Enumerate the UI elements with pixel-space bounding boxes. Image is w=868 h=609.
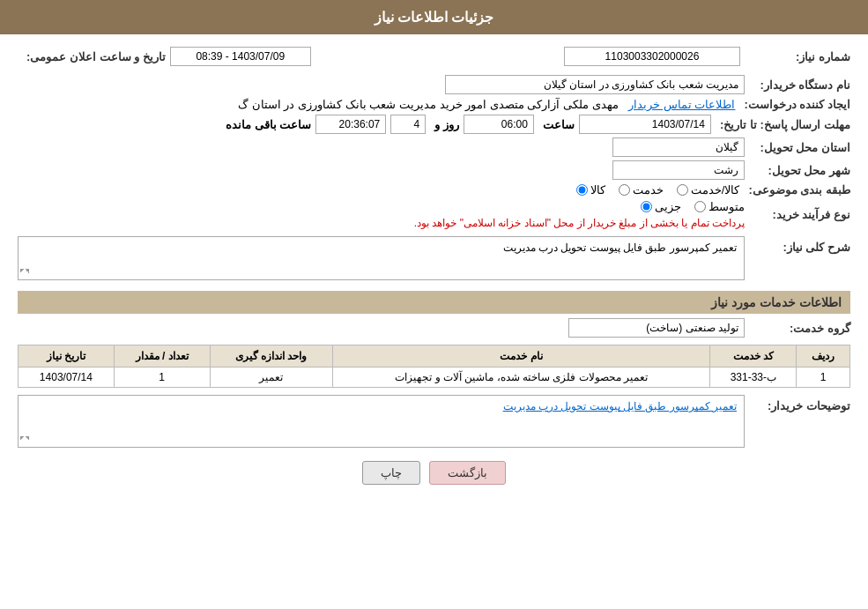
- contact-link[interactable]: اطلاعات تماس خریدار: [628, 98, 735, 111]
- print-button[interactable]: چاپ: [362, 461, 420, 485]
- category-row: طبقه بندی موضوعی: کالا/خدمت خدمت کالا: [18, 183, 850, 197]
- response-deadline-label: مهلت ارسال پاسخ: تا تاریخ:: [711, 118, 850, 131]
- purchase-motawaset-radio[interactable]: [694, 201, 706, 212]
- service-group-label: گروه خدمت:: [745, 322, 850, 335]
- purchase-jozee-item: جزیی: [641, 200, 681, 213]
- table-cell-unit: تعمیر: [210, 368, 332, 388]
- service-group-row: گروه خدمت: تولید صنعتی (ساخت): [18, 318, 850, 338]
- response-day-label: روز و: [434, 118, 459, 131]
- need-number-section: شماره نیاز: 1103003302000026: [564, 47, 850, 66]
- category-kala-label: کالا: [590, 183, 605, 197]
- table-cell-name: تعمیر محصولات فلزی ساخته شده، ماشین آلات…: [332, 368, 710, 388]
- response-remaining-label: ساعت باقی مانده: [226, 118, 311, 131]
- response-time-label: ساعت: [543, 118, 575, 131]
- purchase-radio-group: متوسط جزیی: [18, 200, 745, 213]
- buyer-org-value: مدیریت شعب بانک کشاورزی در استان گیلان: [18, 75, 745, 94]
- col-code-header: کد خدمت: [710, 345, 797, 368]
- response-remaining: 20:36:07: [315, 115, 386, 134]
- province-input: گیلان: [612, 137, 745, 157]
- city-label: شهر محل تحویل:: [745, 164, 850, 177]
- table-header-row: ردیف کد خدمت نام خدمت واحد اندازه گیری ت…: [19, 345, 850, 368]
- page-title: جزئیات اطلاعات نیاز: [375, 10, 494, 25]
- category-khedmat-label: خدمت: [633, 183, 664, 197]
- resize-handle2-icon: [20, 436, 29, 445]
- city-value: رشت: [18, 160, 745, 180]
- category-kala-khedmat-label: کالا/خدمت: [691, 183, 740, 197]
- response-time: 06:00: [464, 115, 534, 134]
- province-row: استان محل تحویل: گیلان: [18, 137, 850, 157]
- description-row: شرح کلی نیاز: تعمیر کمپرسور طبق فایل پیو…: [18, 236, 850, 280]
- buyer-notes-text: تعمیر کمپرسور طبق فایل پیوست تحویل درب م…: [503, 400, 737, 412]
- buyer-notes-value: تعمیر کمپرسور طبق فایل پیوست تحویل درب م…: [18, 395, 745, 448]
- services-table: ردیف کد خدمت نام خدمت واحد اندازه گیری ت…: [18, 345, 850, 388]
- category-khedmat-radio[interactable]: [619, 184, 630, 196]
- col-qty-header: تعداد / مقدار: [114, 345, 210, 368]
- purchase-note: پرداخت تمام یا بخشی از مبلغ خریدار از مح…: [18, 217, 745, 229]
- col-date-header: تاریخ نیاز: [19, 345, 115, 368]
- category-kala-item: کالا: [576, 183, 605, 197]
- col-row-header: ردیف: [797, 345, 850, 368]
- page-header: جزئیات اطلاعات نیاز: [0, 0, 868, 34]
- city-input: رشت: [612, 160, 745, 180]
- description-value: تعمیر کمپرسور طبق فایل پیوست تحویل درب م…: [18, 236, 745, 280]
- creator-row: ایجاد کننده درخواست: اطلاعات تماس خریدار…: [18, 98, 850, 111]
- buyer-org-row: نام دستگاه خریدار: مدیریت شعب بانک کشاور…: [18, 75, 850, 94]
- description-label: شرح کلی نیاز:: [745, 236, 850, 254]
- buyer-org-input: مدیریت شعب بانک کشاورزی در استان گیلان: [445, 75, 745, 94]
- response-deadline-row: مهلت ارسال پاسخ: تا تاریخ: 1403/07/14 سا…: [18, 115, 850, 134]
- table-body: 1ب-33-331تعمیر محصولات فلزی ساخته شده، م…: [19, 368, 850, 388]
- date-label: تاریخ و ساعت اعلان عمومی:: [18, 50, 166, 63]
- purchase-type-label: نوع فرآیند خرید:: [745, 208, 850, 221]
- creator-label: ایجاد کننده درخواست:: [735, 98, 850, 111]
- purchase-motawaset-item: متوسط: [694, 200, 745, 213]
- purchase-type-value: متوسط جزیی پرداخت تمام یا بخشی از مبلغ خ…: [18, 200, 745, 229]
- response-deadline-value: 1403/07/14 ساعت 06:00 روز و 4 20:36:07 س…: [18, 115, 711, 134]
- response-date: 1403/07/14: [579, 115, 711, 134]
- need-number-label: شماره نیاز:: [745, 50, 850, 63]
- table-cell-date: 1403/07/14: [19, 368, 115, 388]
- top-info-row: شماره نیاز: 1103003302000026 1403/07/09 …: [18, 43, 850, 70]
- col-name-header: نام خدمت: [332, 345, 710, 368]
- service-group-input: تولید صنعتی (ساخت): [568, 318, 745, 338]
- buyer-org-label: نام دستگاه خریدار:: [745, 78, 850, 92]
- category-label: طبقه بندی موضوعی:: [739, 183, 850, 197]
- response-days: 4: [390, 115, 426, 134]
- category-kala-khedmat-radio[interactable]: [677, 184, 688, 196]
- service-group-value: تولید صنعتی (ساخت): [18, 318, 745, 338]
- table-row: 1ب-33-331تعمیر محصولات فلزی ساخته شده، م…: [19, 368, 850, 388]
- buyer-notes-label: توضیحات خریدار:: [745, 395, 850, 412]
- date-value: 1403/07/09 - 08:39: [170, 47, 311, 66]
- category-kala-radio[interactable]: [576, 184, 588, 196]
- table-cell-qty: 1: [114, 368, 210, 388]
- category-radio-group: کالا/خدمت خدمت کالا: [18, 183, 739, 197]
- resize-handle-icon: [20, 269, 29, 278]
- purchase-jozee-radio[interactable]: [641, 201, 652, 212]
- table-header: ردیف کد خدمت نام خدمت واحد اندازه گیری ت…: [19, 345, 850, 368]
- col-unit-header: واحد اندازه گیری: [210, 345, 332, 368]
- province-label: استان محل تحویل:: [745, 141, 850, 154]
- purchase-jozee-label: جزیی: [655, 200, 681, 213]
- description-text: تعمیر کمپرسور طبق فایل پیوست تحویل درب م…: [503, 241, 737, 254]
- buyer-notes-row: توضیحات خریدار: تعمیر کمپرسور طبق فایل پ…: [18, 395, 850, 448]
- purchase-type-row: نوع فرآیند خرید: متوسط جزیی پرداخت تمام …: [18, 200, 850, 229]
- province-value: گیلان: [18, 137, 745, 157]
- date-section: 1403/07/09 - 08:39 تاریخ و ساعت اعلان عم…: [18, 47, 311, 66]
- services-section-title: اطلاعات خدمات مورد نیاز: [18, 291, 850, 314]
- description-box: تعمیر کمپرسور طبق فایل پیوست تحویل درب م…: [18, 236, 745, 280]
- category-khedmat-item: خدمت: [619, 183, 664, 197]
- table-cell-row: 1: [797, 368, 850, 388]
- creator-value: اطلاعات تماس خریدار مهدی ملکی آزارکی متص…: [18, 98, 735, 111]
- page-wrapper: جزئیات اطلاعات نیاز شماره نیاز: 11030033…: [0, 0, 868, 609]
- city-row: شهر محل تحویل: رشت: [18, 160, 850, 180]
- creator-text: مهدی ملکی آزارکی متصدی امور خرید مدیریت …: [238, 98, 618, 111]
- buyer-notes-box: تعمیر کمپرسور طبق فایل پیوست تحویل درب م…: [18, 395, 745, 448]
- purchase-motawaset-label: متوسط: [708, 200, 745, 213]
- buttons-row: بازگشت چاپ: [18, 461, 850, 485]
- need-number-value: 1103003302000026: [564, 47, 740, 66]
- content-area: شماره نیاز: 1103003302000026 1403/07/09 …: [0, 34, 868, 502]
- category-kala-khedmat-item: کالا/خدمت: [677, 183, 740, 197]
- category-value: کالا/خدمت خدمت کالا: [18, 183, 739, 197]
- back-button[interactable]: بازگشت: [429, 461, 506, 485]
- table-cell-code: ب-33-331: [710, 368, 797, 388]
